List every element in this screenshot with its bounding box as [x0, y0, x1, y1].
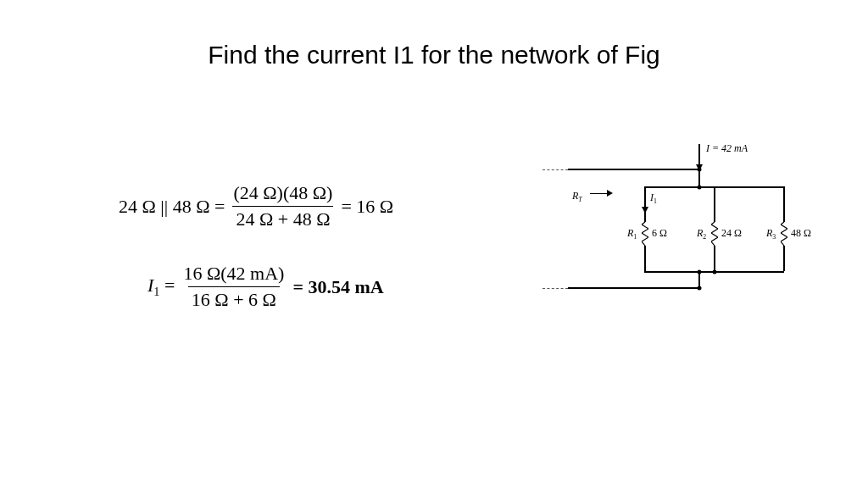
node-bus-center	[698, 186, 702, 190]
label-R3-val: 48 Ω	[791, 227, 811, 240]
wire-r3-bottom	[783, 246, 785, 271]
eq1-denominator: 24 Ω + 48 Ω	[232, 206, 333, 230]
resistor-r3	[781, 222, 787, 246]
eq2-fraction: 16 Ω(42 mA) 16 Ω + 6 Ω	[180, 263, 287, 311]
resistor-r1	[642, 222, 648, 246]
label-R3: R3	[766, 227, 776, 241]
node-bottom-r2	[713, 270, 717, 274]
label-RT: RT	[572, 190, 582, 203]
R3-sub: 3	[772, 233, 776, 241]
dash-top	[542, 169, 568, 170]
label-I1: I1	[650, 191, 657, 205]
label-R2-val: 24 Ω	[721, 227, 742, 240]
wire-top-left	[568, 169, 699, 170]
equations-block: 24 Ω || 48 Ω = (24 Ω)(48 Ω) 24 Ω + 48 Ω …	[119, 182, 393, 343]
eq1-lhs: 24 Ω || 48 Ω =	[119, 196, 225, 218]
R1-sub: 1	[633, 233, 637, 241]
label-source: I = 42 mA	[706, 142, 748, 155]
equation-1: 24 Ω || 48 Ω = (24 Ω)(48 Ω) 24 Ω + 48 Ω …	[119, 182, 393, 230]
eq2-rhs: = 30.54 mA	[292, 276, 383, 298]
R2-sub: 2	[703, 233, 706, 241]
eq2-numerator: 16 Ω(42 mA)	[180, 263, 287, 286]
eq2-lhs: I1 =	[147, 274, 175, 299]
eq1-fraction: (24 Ω)(48 Ω) 24 Ω + 48 Ω	[230, 182, 336, 230]
I1-sub: 1	[654, 197, 657, 205]
wire-r1-lead	[644, 212, 646, 222]
wire-r1-bottom	[644, 246, 646, 271]
eq2-equals: =	[159, 274, 175, 296]
RT-sub: T	[578, 196, 581, 203]
label-R1-val: 6 Ω	[652, 227, 667, 240]
label-R1: R1	[627, 227, 637, 241]
RT-arrow-line	[590, 193, 607, 194]
eq2-denominator: 16 Ω + 6 Ω	[188, 286, 280, 311]
wire-r2-top	[714, 186, 715, 222]
equation-2: I1 = 16 Ω(42 mA) 16 Ω + 6 Ω = 30.54 mA	[147, 263, 393, 311]
circuit-diagram: I = 42 mA RT I1 R1 6 Ω R2 24 Ω R3	[542, 144, 814, 313]
dash-bottom	[542, 288, 568, 289]
wire-return	[568, 287, 699, 289]
resistor-r2	[711, 222, 718, 246]
eq1-numerator: (24 Ω)(48 Ω)	[230, 182, 336, 206]
page-title: Find the current I1 for the network of F…	[0, 41, 868, 69]
RT-arrowhead	[607, 190, 613, 197]
wire-r2-bottom	[714, 246, 715, 271]
eq1-rhs: = 16 Ω	[341, 196, 393, 218]
label-R2: R2	[697, 227, 706, 241]
wire-r3-top	[783, 186, 785, 222]
